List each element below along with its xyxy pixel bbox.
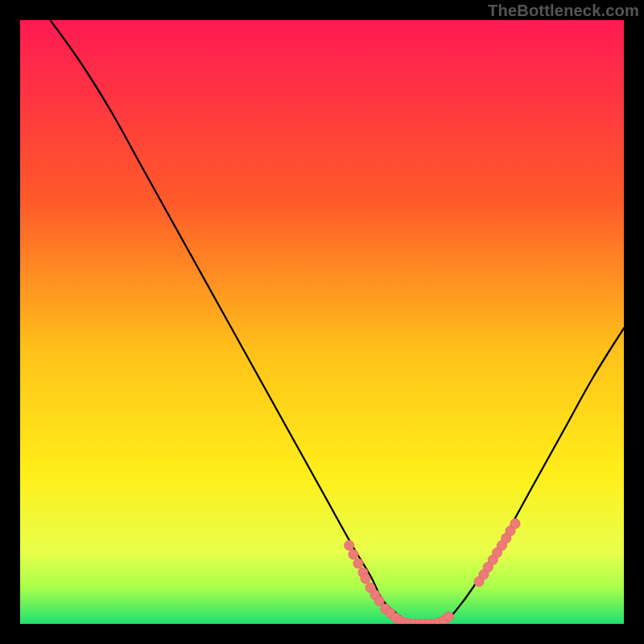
marker-layer	[345, 519, 520, 625]
data-marker	[349, 550, 358, 559]
curve-layer	[51, 20, 625, 624]
data-marker	[510, 519, 520, 529]
chart-frame: TheBottleneck.com	[0, 0, 644, 644]
data-marker	[444, 612, 454, 621]
attribution-watermark: TheBottleneck.com	[488, 2, 639, 20]
bottleneck-curve	[51, 20, 625, 624]
data-marker	[361, 574, 370, 584]
data-marker	[353, 559, 363, 568]
data-marker	[345, 541, 354, 551]
plot-area	[20, 20, 624, 624]
chart-svg	[20, 20, 624, 624]
